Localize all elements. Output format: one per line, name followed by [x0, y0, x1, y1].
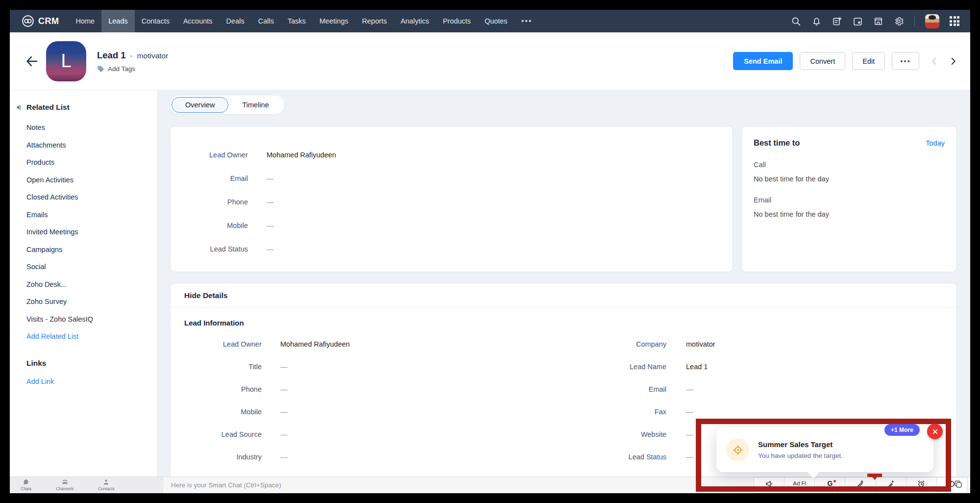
hide-details-toggle[interactable]: Hide Details: [184, 291, 228, 300]
lead-avatar-letter: L: [61, 50, 71, 72]
crm-window: CRM Home Leads Contacts Accounts Deals C…: [10, 10, 970, 493]
nav-item-accounts[interactable]: Accounts: [176, 10, 220, 32]
add-related-list-link[interactable]: Add Related List: [26, 332, 152, 340]
detail-row: Email —: [564, 378, 943, 401]
chat-bubble-icon: [23, 478, 30, 486]
field-label: Email: [564, 385, 666, 393]
field-value[interactable]: —: [267, 198, 274, 206]
search-icon[interactable]: [791, 16, 801, 26]
add-tags-button[interactable]: Add Tags: [97, 65, 168, 73]
user-avatar[interactable]: [925, 14, 939, 28]
red-highlight-frame: +1 More Summer Sales Target You have upd…: [696, 419, 951, 492]
close-notification-button[interactable]: [927, 424, 943, 439]
next-record-chevron-icon[interactable]: [949, 57, 957, 66]
title-separator: -: [130, 51, 133, 60]
crm-logo[interactable]: CRM: [10, 10, 69, 32]
field-value[interactable]: Lead 1: [686, 363, 708, 371]
quick-create-note-icon[interactable]: [832, 16, 842, 26]
summary-row: Email —: [171, 167, 733, 190]
detail-row: Mobile —: [184, 401, 564, 423]
add-tags-label: Add Tags: [108, 65, 135, 73]
sidebar-item-visits-salesiq[interactable]: Visits - Zoho SalesIQ: [26, 315, 152, 323]
field-value[interactable]: —: [280, 408, 288, 416]
send-email-button[interactable]: Send Email: [733, 52, 793, 70]
tab-overview[interactable]: Overview: [172, 97, 228, 113]
collapse-panel-icon[interactable]: [15, 104, 22, 111]
settings-gear-icon[interactable]: [894, 16, 904, 26]
detail-row: Lead Name Lead 1: [564, 355, 943, 378]
field-label: Phone: [184, 385, 262, 393]
sidebar-item-zoho-desk[interactable]: Zoho Desk...: [26, 280, 152, 288]
details-left-column: Lead Owner Mohamed Rafiyudeen Title — Ph…: [184, 333, 564, 491]
sidebar-item-open-activities[interactable]: Open Activities: [26, 176, 152, 184]
detail-row: Lead Owner Mohamed Rafiyudeen: [184, 333, 564, 355]
prev-record-chevron-icon[interactable]: [930, 57, 939, 66]
field-label: Lead Owner: [171, 151, 248, 159]
sidebar-item-emails[interactable]: Emails: [26, 211, 152, 219]
best-time-email-label: Email: [754, 196, 945, 204]
sidebar-item-campaigns[interactable]: Campaigns: [26, 246, 152, 253]
convert-button[interactable]: Convert: [800, 52, 845, 70]
dock-item-chats[interactable]: Chats: [21, 478, 31, 493]
field-value[interactable]: motivator: [686, 340, 715, 348]
dock-item-channels[interactable]: Channels: [56, 478, 74, 493]
field-value[interactable]: —: [686, 453, 693, 461]
field-value[interactable]: —: [267, 222, 274, 229]
related-list-sidebar: Related List Notes Attachments Products …: [10, 90, 158, 493]
field-value[interactable]: —: [280, 453, 288, 461]
today-link[interactable]: Today: [926, 139, 945, 147]
lead-information-title: Lead Information: [184, 319, 943, 327]
dock-item-contacts[interactable]: Contacts: [98, 478, 115, 493]
nav-item-home[interactable]: Home: [69, 10, 102, 32]
view-tabs: Overview Timeline: [170, 96, 284, 114]
tab-timeline[interactable]: Timeline: [228, 97, 282, 113]
field-value[interactable]: —: [267, 175, 274, 182]
more-actions-button[interactable]: •••: [892, 52, 919, 70]
nav-item-reports[interactable]: Reports: [355, 10, 394, 32]
more-notifications-badge[interactable]: +1 More: [884, 424, 920, 436]
notification-title: Summer Sales Target: [758, 440, 843, 449]
field-value[interactable]: —: [686, 430, 693, 438]
sidebar-item-attachments[interactable]: Attachments: [26, 141, 152, 149]
nav-item-products[interactable]: Products: [436, 10, 478, 32]
field-label: Lead Owner: [184, 340, 262, 348]
nav-item-deals[interactable]: Deals: [220, 10, 251, 32]
nav-item-quotes[interactable]: Quotes: [478, 10, 514, 32]
copy-windows-icon[interactable]: [954, 479, 963, 491]
nav-item-meetings[interactable]: Meetings: [313, 10, 355, 32]
notifications-bell-icon[interactable]: [811, 16, 822, 26]
sidebar-item-invited-meetings[interactable]: Invited Meetings: [26, 228, 152, 236]
field-label: Title: [184, 363, 262, 371]
notification-message-rest: have updated the target.: [769, 452, 843, 459]
calendar-icon[interactable]: [853, 16, 863, 26]
field-value[interactable]: Mohamed Rafiyudeen: [280, 340, 350, 348]
field-value[interactable]: Mohamed Rafiyudeen: [267, 151, 336, 159]
add-link-link[interactable]: Add Link: [26, 377, 152, 385]
sidebar-item-zoho-survey[interactable]: Zoho Survey: [26, 298, 152, 305]
sidebar-item-notes[interactable]: Notes: [26, 124, 152, 131]
nav-item-contacts[interactable]: Contacts: [135, 10, 176, 32]
nav-item-analytics[interactable]: Analytics: [394, 10, 436, 32]
sidebar-item-closed-activities[interactable]: Closed Activities: [26, 193, 152, 201]
sidebar-item-social[interactable]: Social: [26, 263, 152, 271]
apps-grid-icon[interactable]: [950, 16, 959, 26]
nav-divider: [914, 16, 915, 26]
lead-avatar: L: [46, 41, 86, 81]
field-value[interactable]: —: [267, 245, 274, 253]
field-value[interactable]: —: [280, 430, 288, 438]
related-list-title: Related List: [26, 103, 152, 112]
field-value[interactable]: —: [686, 408, 693, 416]
edit-button[interactable]: Edit: [852, 52, 885, 70]
back-arrow-icon[interactable]: [24, 54, 39, 69]
nav-item-calls[interactable]: Calls: [251, 10, 281, 32]
sidebar-item-products[interactable]: Products: [26, 158, 152, 166]
nav-more-icon[interactable]: •••: [514, 10, 539, 32]
summary-row: Mobile —: [171, 214, 733, 237]
field-value[interactable]: —: [686, 385, 693, 393]
field-value[interactable]: —: [280, 385, 288, 393]
marketplace-store-icon[interactable]: [873, 16, 883, 26]
nav-item-leads[interactable]: Leads: [101, 10, 135, 32]
field-value[interactable]: —: [280, 363, 288, 371]
nav-item-tasks[interactable]: Tasks: [281, 10, 313, 32]
field-label: Lead Status: [564, 453, 666, 461]
